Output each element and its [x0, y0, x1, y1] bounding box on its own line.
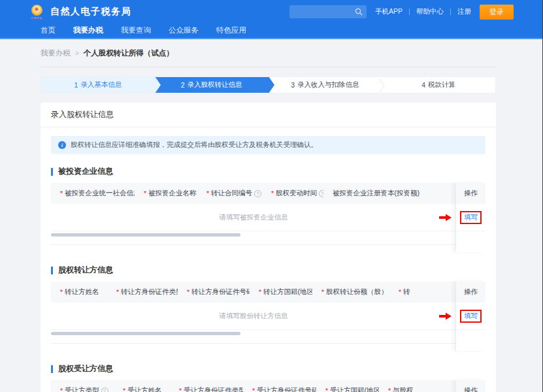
- panel-title: 录入股权转让信息: [41, 103, 496, 127]
- brand: ❋ 中国税务 自然人电子税务局: [29, 5, 131, 20]
- col-label: 受让方姓名: [127, 386, 162, 392]
- section-bar: [51, 267, 53, 274]
- info-icon: i: [58, 141, 66, 149]
- invested-enterprise-table: *被投资企业统一社会信用代码 *被投资企业名称 *转让合同编号? *股权变动时间…: [51, 183, 485, 245]
- step-1-basic-info[interactable]: 1 录入基本信息: [41, 77, 155, 93]
- required-asterisk: *: [388, 387, 391, 392]
- nav-item-public-service[interactable]: 公众服务: [169, 25, 199, 35]
- required-asterisk: *: [60, 189, 63, 197]
- required-asterisk: *: [60, 387, 63, 392]
- horizontal-scrollbar[interactable]: [51, 233, 240, 237]
- login-button[interactable]: 登录: [480, 5, 514, 20]
- step-separator-icon: [379, 78, 385, 93]
- nav-item-featured-apps[interactable]: 特色应用: [216, 25, 246, 35]
- emblem-circle: ❋: [31, 5, 42, 16]
- action-column: 操作 填写: [455, 183, 485, 252]
- empty-row: 请填写股份转让方信息: [51, 302, 456, 330]
- col-label: 被投资企业统一社会信用代码: [65, 189, 135, 198]
- col-transferor-name: *转让方姓名: [51, 287, 107, 297]
- register-link[interactable]: 注册: [457, 7, 471, 16]
- transferor-table: *转让方姓名 *转让方身份证件类型 *转让方身份证件号码 *转让方国籍(地区) …: [51, 282, 485, 344]
- required-asterisk: *: [206, 189, 209, 197]
- link-divider: [409, 8, 410, 15]
- help-icon[interactable]: ?: [254, 190, 261, 197]
- fill-button-transferor[interactable]: 填写: [460, 310, 482, 323]
- step-4-tax-calc[interactable]: 4 税款计算: [382, 77, 495, 93]
- action-column: 操作 填写: [455, 282, 485, 351]
- step-2-transfer-info[interactable]: 2 录入股权转让信息: [155, 77, 269, 93]
- col-registered-capital: 被投资企业注册资本(投资额): [323, 189, 456, 198]
- col-label: 股权变动时间: [276, 189, 317, 198]
- required-asterisk: *: [399, 288, 401, 296]
- col-share-amount: *股权转让份额（股）: [312, 287, 389, 297]
- col-transferee-name: *受让方姓名: [114, 386, 170, 392]
- section-title-transferee: 股权受让方信息: [51, 363, 485, 374]
- col-label: 转让方身份证件类型: [121, 287, 178, 297]
- transferee-table: *受让方类型? *受让方姓名 *受让方身份证件类型 *受让方身份证件号码 *受让…: [51, 380, 485, 392]
- col-id-type: *受让方身份证件类型: [170, 386, 243, 392]
- horizontal-scrollbar[interactable]: [51, 332, 240, 335]
- step-wizard: 1 录入基本信息 2 录入股权转让信息 3 录入收入与扣除信息 4 税款计算: [41, 76, 496, 93]
- action-column-header: 操作: [456, 183, 485, 204]
- step-3-income-deduction[interactable]: 3 录入收入与扣除信息: [269, 77, 382, 93]
- required-asterisk: *: [271, 189, 274, 197]
- action-column: 操作 填写: [455, 380, 485, 392]
- help-center-link[interactable]: 帮助中心: [416, 7, 444, 16]
- header-actions: 手机APP 帮助中心 注册 登录: [289, 5, 514, 20]
- col-label: 被投资企业注册资本(投资额): [333, 189, 420, 198]
- required-asterisk: *: [60, 288, 63, 296]
- col-label: 受让方国籍(地区): [330, 386, 379, 392]
- step-number: 4: [421, 81, 425, 89]
- help-icon[interactable]: ?: [319, 190, 323, 197]
- logo-subtext: 中国税务: [31, 16, 42, 20]
- section-label: 股权转让方信息: [58, 265, 113, 276]
- required-asterisk: *: [116, 288, 119, 296]
- col-label: 受让方身份证件号码: [257, 386, 316, 392]
- section-label: 股权受让方信息: [58, 363, 113, 374]
- col-label: 转让方国籍(地区): [263, 287, 312, 297]
- section-title-invested-enterprise: 被投资企业信息: [51, 166, 485, 177]
- col-nationality: *转让方国籍(地区): [250, 287, 312, 297]
- required-asterisk: *: [325, 387, 328, 392]
- nav-item-tax-filing[interactable]: 我要办税: [73, 25, 103, 35]
- fill-button-invested-enterprise[interactable]: 填写: [460, 211, 482, 224]
- nav-item-home[interactable]: 首页: [41, 25, 56, 35]
- red-arrow-icon: [439, 312, 452, 319]
- tax-bureau-page: ❋ 中国税务 自然人电子税务局 手机APP 帮助中心 注册 登录: [0, 0, 543, 392]
- col-label: 转让方姓名: [65, 287, 99, 297]
- section-label: 被投资企业信息: [58, 166, 113, 177]
- col-label: 转让方身份证件号码: [191, 287, 250, 297]
- header-links: 手机APP 帮助中心 注册: [375, 7, 471, 16]
- breadcrumb-parent[interactable]: 我要办税: [41, 48, 71, 58]
- col-label: 受让方身份证件类型: [184, 386, 243, 392]
- breadcrumb-current: 个人股权转让所得（试点）: [84, 48, 174, 58]
- col-label: 被投资企业名称: [148, 189, 197, 198]
- section-bar: [51, 365, 53, 373]
- col-label: 转让合同编号: [211, 189, 252, 198]
- col-truncated: *转: [389, 287, 456, 297]
- col-id-number: *受让方身份证件号码: [243, 386, 316, 392]
- breadcrumb: 我要办税 > 个人股权转让所得（试点）: [41, 48, 496, 67]
- required-asterisk: *: [321, 288, 324, 296]
- breadcrumb-chevron-icon: >: [75, 50, 79, 57]
- table-header-row: *受让方类型? *受让方姓名 *受让方身份证件类型 *受让方身份证件号码 *受让…: [51, 380, 456, 392]
- notice-banner: i 股权转让信息应详细准确填报，完成提交后将由股权受让方及税务机关受理确认。: [51, 136, 485, 154]
- notice-text: 股权转让信息应详细准确填报，完成提交后将由股权受让方及税务机关受理确认。: [71, 140, 318, 150]
- search-box[interactable]: [289, 5, 367, 18]
- col-credit-code: *被投资企业统一社会信用代码: [51, 189, 135, 198]
- breadcrumb-row: 我要办税 > 个人股权转让所得（试点）: [41, 39, 496, 67]
- nav-item-query[interactable]: 我要查询: [121, 25, 151, 35]
- search-input[interactable]: [293, 8, 355, 16]
- col-enterprise-name: *被投资企业名称: [135, 189, 197, 198]
- col-contract-no: *转让合同编号?: [197, 189, 262, 198]
- section-title-transferor: 股权转让方信息: [51, 265, 485, 276]
- empty-placeholder: 请填写股份转让方信息: [220, 312, 288, 321]
- help-icon[interactable]: ?: [101, 387, 108, 392]
- col-truncated: *与股权转让: [379, 386, 413, 392]
- main-panel: 录入股权转让信息 i 股权转让信息应详细准确填报，完成提交后将由股权受让方及税务…: [41, 103, 496, 392]
- mobile-app-link[interactable]: 手机APP: [375, 7, 403, 16]
- step-number: 2: [181, 81, 185, 89]
- step-label: 录入基本信息: [80, 80, 122, 90]
- step-number: 1: [74, 81, 78, 89]
- red-arrow-icon: [439, 214, 452, 221]
